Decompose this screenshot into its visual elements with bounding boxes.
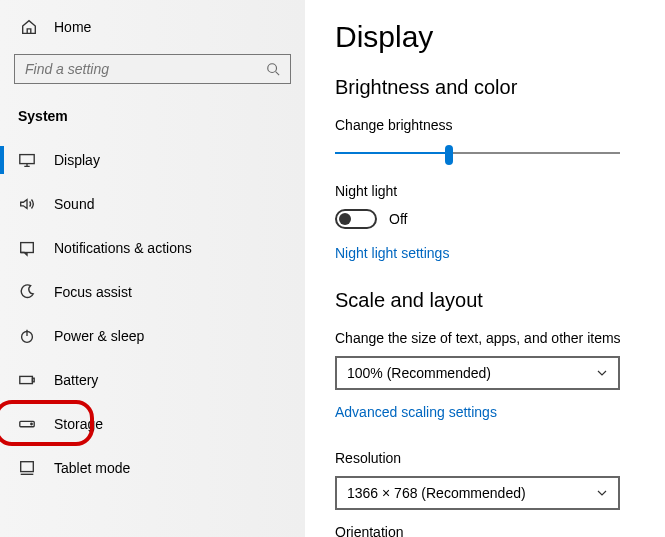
section-title: System [0,102,305,138]
slider-fill [335,152,449,154]
sidebar-item-label: Power & sleep [54,328,144,344]
toggle-knob [339,213,351,225]
drive-icon [18,415,36,433]
tablet-icon [18,459,36,477]
sidebar-item-display[interactable]: Display [0,138,305,182]
resolution-select[interactable]: 1366 × 768 (Recommended) [335,476,620,510]
svg-point-7 [31,423,32,424]
sidebar-item-label: Display [54,152,100,168]
search-input-container[interactable] [14,54,291,84]
section-brightness: Brightness and color [335,76,641,99]
advanced-scaling-link[interactable]: Advanced scaling settings [335,404,497,420]
home-icon [20,18,38,36]
sidebar-item-label: Focus assist [54,284,132,300]
home-label: Home [54,19,91,35]
battery-icon [18,371,36,389]
sidebar-item-label: Storage [54,416,103,432]
svg-rect-8 [21,462,34,472]
notification-icon [18,239,36,257]
sidebar-item-label: Tablet mode [54,460,130,476]
brightness-slider[interactable] [335,143,620,163]
search-icon [266,62,280,76]
home-link[interactable]: Home [0,10,305,44]
sidebar-item-focus-assist[interactable]: Focus assist [0,270,305,314]
resolution-value: 1366 × 768 (Recommended) [347,485,526,501]
sidebar-item-tablet-mode[interactable]: Tablet mode [0,446,305,490]
svg-rect-1 [20,155,34,164]
sidebar: Home System DisplaySoundNotifications & … [0,0,305,537]
sidebar-item-power-sleep[interactable]: Power & sleep [0,314,305,358]
nightlight-settings-link[interactable]: Night light settings [335,245,449,261]
scale-label: Change the size of text, apps, and other… [335,330,641,346]
speaker-icon [18,195,36,213]
page-title: Display [335,20,641,54]
nightlight-toggle[interactable] [335,209,377,229]
sidebar-item-label: Battery [54,372,98,388]
sidebar-item-storage[interactable]: Storage [0,402,305,446]
brightness-label: Change brightness [335,117,641,133]
svg-rect-4 [20,376,33,383]
scale-select[interactable]: 100% (Recommended) [335,356,620,390]
moon-icon [18,283,36,301]
slider-thumb[interactable] [445,145,453,165]
svg-rect-2 [21,243,34,253]
svg-rect-5 [32,378,34,382]
sidebar-item-label: Sound [54,196,94,212]
search-input[interactable] [25,61,266,77]
sidebar-item-notifications-actions[interactable]: Notifications & actions [0,226,305,270]
sidebar-item-sound[interactable]: Sound [0,182,305,226]
power-icon [18,327,36,345]
chevron-down-icon [596,487,608,499]
sidebar-item-battery[interactable]: Battery [0,358,305,402]
nightlight-state: Off [389,211,407,227]
monitor-icon [18,151,36,169]
svg-point-0 [268,64,277,73]
chevron-down-icon [596,367,608,379]
orientation-label: Orientation [335,524,641,537]
nightlight-label: Night light [335,183,641,199]
main-panel: Display Brightness and color Change brig… [305,0,665,537]
scale-value: 100% (Recommended) [347,365,491,381]
resolution-label: Resolution [335,450,641,466]
section-scale: Scale and layout [335,289,641,312]
sidebar-item-label: Notifications & actions [54,240,192,256]
